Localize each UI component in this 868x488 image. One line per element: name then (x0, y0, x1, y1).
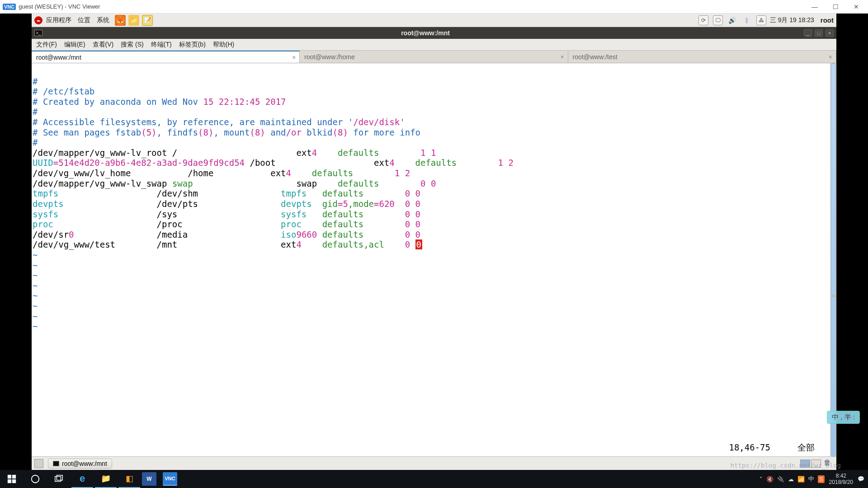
scrollbar[interactable] (830, 63, 836, 456)
tab-label: root@www:/home (304, 53, 354, 61)
system-tray[interactable]: ˄ 🔇 🔌 ☁ 📶 中 S (760, 475, 825, 483)
text-editor-icon[interactable]: 📝 (142, 15, 153, 26)
svg-rect-3 (12, 479, 16, 483)
win-maximize[interactable]: ☐ (829, 3, 842, 10)
win-close[interactable]: ✕ (850, 3, 863, 10)
terminal-mini-icon (53, 461, 59, 466)
update-icon[interactable]: ⟳ (698, 15, 708, 25)
svg-rect-2 (8, 479, 11, 483)
gnome-bottom-panel: root@www:/mnt 🗑 (32, 456, 836, 470)
file-manager-icon[interactable]: 📁 (128, 15, 139, 26)
gnome-top-panel: 应用程序 位置 系统 🦊 📁 📝 ⟳ 🖵 🔊 ᛒ 🖧 三 9月 19 18:23… (32, 14, 836, 27)
notifications-icon[interactable]: 💬 (858, 476, 864, 482)
start-button[interactable] (1, 470, 23, 488)
power-icon[interactable]: 🔌 (777, 476, 784, 483)
taskbar-clock[interactable]: 8:422018/9/20 (829, 473, 853, 486)
menu-search[interactable]: 搜索 (S) (121, 41, 144, 49)
user-label[interactable]: root (821, 16, 834, 24)
menu-file[interactable]: 文件(F) (36, 41, 57, 49)
explorer-icon[interactable]: 📁 (95, 470, 117, 488)
menu-apps[interactable]: 应用程序 (46, 16, 71, 24)
taskbar-item[interactable]: root@www:/mnt (48, 459, 112, 469)
svg-rect-0 (8, 475, 11, 479)
terminal-menubar: 文件(F) 编辑(E) 查看(V) 搜索 (S) 终端(T) 标签页(b) 帮助… (32, 39, 836, 51)
close-icon[interactable]: × (560, 53, 564, 61)
term-minimize[interactable]: _ (804, 29, 812, 37)
task-label: root@www:/mnt (62, 460, 107, 467)
menu-tabs[interactable]: 标签页(b) (179, 41, 206, 49)
network-icon[interactable]: 🖧 (756, 15, 766, 25)
menu-edit[interactable]: 编辑(E) (64, 41, 85, 49)
show-desktop-icon[interactable] (34, 459, 43, 468)
wifi-icon[interactable]: 📶 (797, 476, 805, 483)
scrollbar-notch (831, 295, 836, 297)
vi-status: 18,46-75全部 (32, 442, 828, 453)
tab-test[interactable]: root@www:/test× (568, 51, 836, 63)
win-taskbar: e 📁 ◧ W VNC ˄ 🔇 🔌 ☁ 📶 中 S 8:422018/9/20 … (0, 470, 868, 488)
svg-rect-6 (57, 475, 62, 480)
bluetooth-icon[interactable]: ᛒ (742, 15, 752, 25)
mute-icon[interactable]: 🔇 (766, 476, 774, 483)
firefox-icon[interactable]: 🦊 (115, 15, 126, 26)
term-maximize[interactable]: □ (815, 29, 823, 37)
redhat-icon[interactable] (34, 16, 42, 24)
tab-mnt[interactable]: root@www:/mnt× (32, 51, 300, 63)
svg-rect-1 (12, 475, 16, 479)
win-titlebar: VNC guest (WESLEY) - VNC Viewer — ☐ ✕ (0, 0, 868, 14)
terminal-title: root@www:/mnt (47, 29, 804, 37)
terminal-body[interactable]: # # /etc/fstab # Created by anaconda on … (32, 63, 836, 456)
terminal-icon: >_ (34, 30, 42, 36)
watermark: https://blog.csdn.net/wz_blog (731, 462, 841, 469)
tab-label: root@www:/test (573, 53, 618, 61)
terminal-tabs: root@www:/mnt× root@www:/home× root@www:… (32, 51, 836, 63)
remote-frame: 应用程序 位置 系统 🦊 📁 📝 ⟳ 🖵 🔊 ᛒ 🖧 三 9月 19 18:23… (0, 14, 868, 470)
vmware-icon[interactable]: ◧ (118, 470, 140, 488)
svg-rect-5 (55, 477, 61, 482)
menu-system[interactable]: 系统 (97, 16, 109, 24)
taskview-icon[interactable] (48, 470, 70, 488)
terminal-titlebar: >_ root@www:/mnt _ □ × (32, 27, 836, 39)
menu-places[interactable]: 位置 (78, 16, 90, 24)
ime-indicator[interactable]: 中 , 半 : (827, 411, 860, 424)
onedrive-icon[interactable]: ☁ (788, 476, 794, 483)
vnc-badge: VNC (3, 4, 16, 10)
edge-icon[interactable]: e (71, 470, 93, 488)
tab-home[interactable]: root@www:/home× (300, 51, 568, 63)
svg-point-4 (32, 475, 39, 483)
ime-icon[interactable]: 中 (808, 475, 814, 483)
vnc-taskbar-icon[interactable]: VNC (163, 472, 177, 486)
word-icon[interactable]: W (142, 472, 156, 486)
tab-label: root@www:/mnt (36, 54, 81, 61)
close-icon[interactable]: × (829, 53, 832, 61)
menu-view[interactable]: 查看(V) (93, 41, 114, 49)
win-minimize[interactable]: — (808, 3, 821, 10)
cortana-icon[interactable] (24, 470, 46, 488)
terminal-content: # # /etc/fstab # Created by anaconda on … (33, 66, 836, 332)
volume-icon[interactable]: 🔊 (727, 15, 737, 25)
term-close[interactable]: × (826, 29, 834, 37)
sogou-icon[interactable]: S (818, 475, 825, 483)
chevron-up-icon[interactable]: ˄ (760, 476, 763, 483)
vi-cursor: 0 (415, 239, 422, 249)
menu-terminal[interactable]: 终端(T) (151, 41, 172, 49)
display-icon[interactable]: 🖵 (713, 15, 723, 25)
menu-help[interactable]: 帮助(H) (213, 41, 234, 49)
scrollbar-thumb[interactable] (831, 63, 836, 456)
clock[interactable]: 三 9月 19 18:23 (770, 16, 814, 24)
close-icon[interactable]: × (292, 54, 296, 61)
win-title: guest (WESLEY) - VNC Viewer (19, 3, 808, 10)
